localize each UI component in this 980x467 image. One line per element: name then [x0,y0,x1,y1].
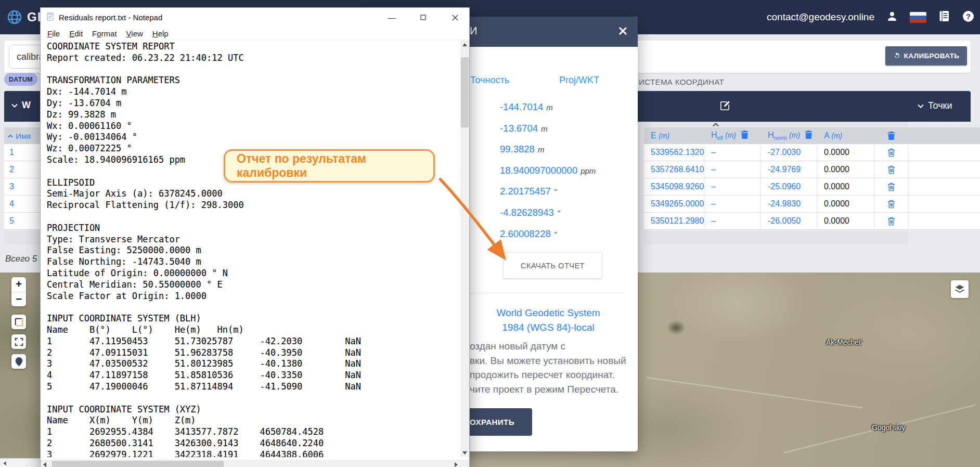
svg-text:?: ? [966,12,971,20]
datum-badge: DATUM [4,73,37,86]
delete-column-icon[interactable] [740,130,749,141]
name-row[interactable]: 4 [4,196,40,213]
account-email[interactable]: contact@geodesy.online [767,11,874,23]
delete-row-icon[interactable] [874,161,908,178]
help-icon[interactable]: ? [962,10,975,25]
user-icon[interactable] [886,10,898,24]
map-zoom-control: + − [11,277,26,306]
chevron-up-icon [713,123,719,127]
delete-all-icon[interactable] [874,127,908,144]
download-report-button[interactable]: СКАЧАТЬ ОТЧЕТ [503,252,602,279]
globe-icon [6,9,23,25]
calibration-value: 18.940097000000ppm [500,165,596,186]
names-table: Имя 12345 [4,127,40,230]
points-table-header: E (m)Hell (m)Hnorm (m)A (m) [644,127,980,144]
sort-ascending-icon [8,134,13,138]
map-place-label: Ak-Mechet' [826,338,862,346]
column-header[interactable]: E (m) [644,127,704,144]
point-row: 5357268.6410–-24.97690.0000 [644,161,980,178]
layers-button[interactable] [951,280,969,298]
column-header[interactable]: A (m) [817,127,874,144]
name-column-header[interactable]: Имя [4,127,40,144]
left-table-strip [4,231,40,244]
marker-button[interactable] [11,354,26,369]
delete-row-icon[interactable] [874,196,908,212]
tab-accuracy[interactable]: Точность [470,75,509,86]
notepad-icon [46,12,55,23]
notepad-text-area[interactable]: COORDINATE SYSTEM REPORT Report created:… [41,40,460,457]
edit-icon[interactable] [719,100,731,113]
name-table-body: 12345 [4,144,40,230]
menu-view[interactable]: View [122,29,148,38]
report-text: COORDINATE SYSTEM REPORT Report created:… [41,40,460,457]
name-row[interactable]: 2 [4,161,40,178]
total-count-label: Всего 5 [5,254,37,264]
point-row: 5339562.1320–-27.00300.0000 [644,144,980,161]
points-dropdown[interactable]: Точки [918,100,952,111]
points-table-body: 5339562.1320–-27.00300.00005357268.6410–… [644,144,980,230]
divider [453,293,624,293]
annotation-tooltip: Отчет по результатам калибровки [224,149,435,183]
modal-description: оздан новый датум с вки. Вы можете устан… [470,339,626,396]
map-road [646,377,862,408]
menu-help[interactable]: Help [148,29,173,38]
delete-row-icon[interactable] [874,213,908,229]
calibration-value: 2.60008228" [500,228,596,250]
delete-row-icon[interactable] [874,144,908,161]
name-row[interactable]: 3 [4,178,40,196]
chevron-down-icon [11,103,18,108]
point-row: 5345098.9260–-25.09600.0000 [644,178,980,196]
close-window-button[interactable] [441,8,469,27]
maximize-button[interactable] [411,8,435,27]
fullscreen-button[interactable] [11,334,26,349]
modal-title: И [470,25,477,37]
name-row[interactable]: 5 [4,213,40,230]
close-icon[interactable] [618,26,628,38]
menu-format[interactable]: Format [87,29,122,38]
delete-row-icon[interactable] [874,178,908,195]
column-header[interactable]: Hell (m) [704,127,761,144]
refresh-icon [893,52,901,60]
name-row[interactable]: 1 [4,144,40,161]
point-row: 5350121.2980–-26.00500.0000 [644,213,980,230]
minimize-button[interactable]: — [380,8,404,27]
scrollbar-thumb[interactable] [52,461,224,467]
coordinate-system-label: ИСТЕМА КООРДИНАТ [639,77,724,86]
zoom-out-button[interactable]: − [11,292,26,307]
notepad-window: Residuals report.txt - Notepad — FileEdi… [40,7,470,467]
language-flag-russian[interactable] [910,12,926,23]
window-title: Residuals report.txt - Notepad [59,13,162,22]
calibration-values: -144.7014m-13.6704m99.3828m18.9400970000… [500,101,596,249]
app-screen: GEO contact@geodesy.online ? КАЛИБРОВАТЬ… [0,0,980,467]
tab-proj-wkt[interactable]: Proj/WKT [559,75,599,86]
menu-file[interactable]: File [43,29,65,38]
calibration-value: 99.3828m [500,144,596,165]
collapse-table-strip[interactable] [644,122,908,127]
add-point-strip: + [644,231,908,244]
chevron-down-icon [918,104,924,108]
notepad-vertical-scrollbar[interactable] [460,40,469,457]
scrollbar-thumb[interactable] [461,57,469,127]
rectangle-select-button[interactable] [11,315,26,329]
delete-column-icon[interactable] [804,130,813,141]
scroll-down-icon[interactable] [462,450,467,456]
column-header[interactable]: Hnorm (m) [761,127,817,144]
notepad-titlebar[interactable]: Residuals report.txt - Notepad — [41,8,469,27]
notepad-horizontal-scrollbar[interactable] [41,460,460,467]
scroll-left-icon[interactable] [43,462,46,467]
notepad-menubar: FileEditFormatViewHelp [41,27,469,40]
calibration-value: 2.20175457" [500,186,596,207]
datum-link[interactable]: World Geodetic System 1984 (WGS 84)-loca… [470,306,626,335]
journal-icon[interactable] [938,10,950,24]
points-table: E (m)Hell (m)Hnorm (m)A (m) 5339562.1320… [644,127,980,230]
calibration-value: -4.82628943" [500,207,596,228]
datum-dropdown[interactable]: W [11,100,31,111]
scroll-right-icon[interactable] [455,462,458,467]
calibrate-button[interactable]: КАЛИБРОВАТЬ [885,46,967,66]
zoom-in-button[interactable]: + [11,277,26,292]
map-place-label: Gogol'skiy [872,423,905,432]
scroll-up-icon[interactable] [462,42,467,47]
scroll-left-icon[interactable] [3,461,7,466]
calibration-value: -144.7014m [500,101,596,123]
menu-edit[interactable]: Edit [65,29,87,38]
